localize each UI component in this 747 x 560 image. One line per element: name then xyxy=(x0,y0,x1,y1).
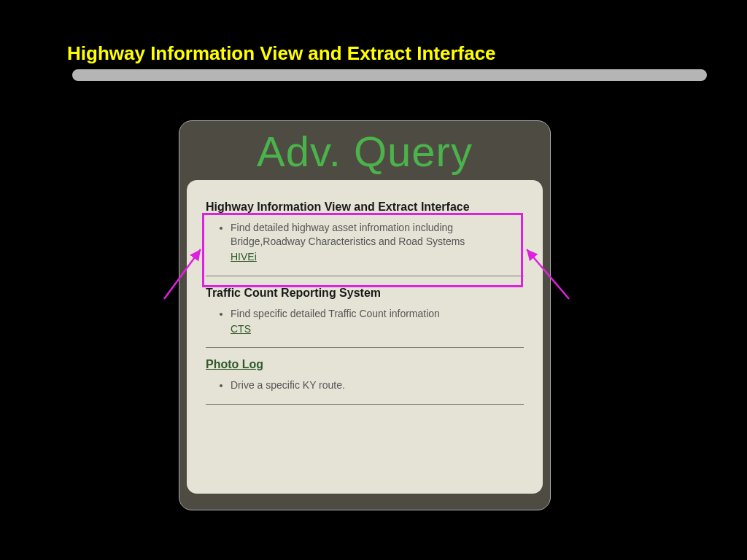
hivei-link[interactable]: HIVEi xyxy=(231,250,257,264)
title-underline xyxy=(72,69,707,81)
section-heading-traffic: Traffic Count Reporting System xyxy=(206,287,524,300)
cts-link[interactable]: CTS xyxy=(231,322,251,336)
list-item: Find specific detailed Traffic Count inf… xyxy=(231,307,493,336)
section-photo-log: Photo Log Drive a specific KY route. xyxy=(206,358,524,392)
section-traffic-count: Traffic Count Reporting System Find spec… xyxy=(206,287,524,336)
photo-log-link[interactable]: Photo Log xyxy=(206,358,524,371)
card-title: Adv. Query xyxy=(179,121,550,180)
bullet-text: Find specific detailed Traffic Count inf… xyxy=(231,308,440,319)
section-hivei: Highway Information View and Extract Int… xyxy=(206,201,524,264)
divider xyxy=(206,347,524,348)
list-item: Find detailed highway asset infromation … xyxy=(231,221,493,264)
list-item: Drive a specific KY route. xyxy=(231,378,493,392)
divider xyxy=(206,276,524,276)
divider xyxy=(206,404,524,405)
card-body: Highway Information View and Extract Int… xyxy=(187,180,543,494)
adv-query-card: Adv. Query Highway Information View and … xyxy=(179,120,551,510)
page-title: Highway Information View and Extract Int… xyxy=(67,42,496,65)
bullet-text: Find detailed highway asset infromation … xyxy=(231,222,465,247)
bullet-text: Drive a specific KY route. xyxy=(231,379,345,391)
section-heading-hivei: Highway Information View and Extract Int… xyxy=(206,201,524,214)
